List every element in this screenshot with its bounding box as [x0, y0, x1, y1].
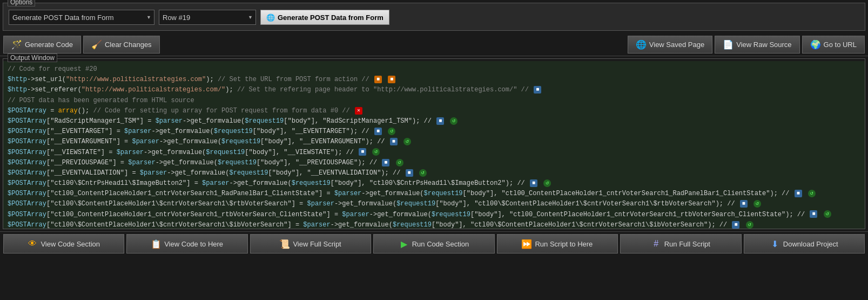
code-line: $POSTArray["RadScriptManager1_TSM"] = $p…: [8, 116, 860, 126]
view-raw-source-label: View Raw Source: [736, 41, 791, 49]
code-line: $POSTArray["__EVENTARGUMENT"] = $parser-…: [8, 137, 860, 147]
code-line: $POSTArray["ctl00_ContentPlaceHolder1_cn…: [8, 189, 860, 199]
wand-icon: 🪄: [11, 39, 22, 50]
run-full-script-label: Run Full Script: [664, 240, 710, 248]
clear-changes-button[interactable]: 🧹 Clear Changes: [83, 36, 160, 54]
toolbar-right: 🌐 View Saved Page 📄 View Raw Source 🌍 Go…: [628, 36, 865, 54]
generate-post-button[interactable]: 🌐 Generate POST Data from Form: [260, 10, 389, 25]
code-line: $http->set_url("http://www.politicalstra…: [8, 75, 860, 85]
row-dropdown[interactable]: Row #1 Row #5 Row #10 Row #19 Row #20: [159, 10, 256, 25]
hash-icon: #: [651, 239, 661, 249]
code-line: $POSTArray = array(); // Code for settin…: [8, 106, 860, 116]
form-dropdown[interactable]: Generate POST Data from Form Generate GE…: [9, 10, 154, 25]
go-to-url-button[interactable]: 🌍 Go to URL: [802, 36, 865, 54]
view-code-to-here-button[interactable]: 📋 View Code to Here: [126, 234, 247, 254]
bottom-toolbar: 👁 View Code Section 📋 View Code to Here …: [0, 231, 868, 256]
run-code-section-label: Run Code Section: [412, 240, 469, 248]
toolbar: 🪄 Generate Code 🧹 Clear Changes 🌐 View S…: [0, 34, 868, 56]
view-saved-page-label: View Saved Page: [649, 41, 704, 49]
code-line: $POSTArray["__PREVIOUSPAGE"] = $parser->…: [8, 158, 860, 168]
view-saved-page-button[interactable]: 🌐 View Saved Page: [628, 36, 712, 54]
play-icon: ▶: [399, 239, 409, 249]
eraser-icon: 🧹: [91, 39, 102, 50]
output-label: Output Window: [8, 54, 57, 62]
code-line: $http->set_referer("http://www.political…: [8, 85, 860, 95]
code-line: $POSTArray["ctl00\$ContentPlaceHolder1\$…: [8, 199, 860, 209]
code-line: $POSTArray["ctl00\$CntrPsHead1l\$ImageBu…: [8, 178, 860, 189]
plus-icon: 🌐: [266, 14, 275, 22]
script-icon: 📜: [280, 239, 290, 249]
code-line: $POSTArray["__EVENTVALIDATION"] = $parse…: [8, 168, 860, 178]
globe-icon: 🌐: [636, 39, 647, 50]
view-full-script-label: View Full Script: [293, 240, 341, 248]
view-full-script-button[interactable]: 📜 View Full Script: [250, 234, 371, 254]
run-script-to-here-button[interactable]: ⏩ Run Script to Here: [497, 234, 618, 254]
run-script-to-here-label: Run Script to Here: [535, 240, 593, 248]
toolbar-left: 🪄 Generate Code 🧹 Clear Changes: [3, 36, 628, 54]
run-full-script-button[interactable]: # Run Full Script: [620, 234, 741, 254]
output-window[interactable]: // Code for request #20 $http->set_url("…: [3, 61, 865, 229]
download-icon: ⬇: [770, 239, 780, 249]
document-icon: 📄: [723, 39, 734, 50]
code-line: $POSTArray["ctl00\$ContentPlaceHolder1\$…: [8, 220, 860, 229]
view-code-section-button[interactable]: 👁 View Code Section: [3, 234, 124, 254]
code-line: $POSTArray["ctl00_ContentPlaceHolder1_cn…: [8, 210, 860, 220]
code-line: // Code for request #20: [8, 64, 860, 75]
globe2-icon: 🌍: [810, 39, 821, 50]
run-code-section-button[interactable]: ▶ Run Code Section: [373, 234, 494, 254]
view-code-to-here-label: View Code to Here: [164, 240, 223, 248]
options-bar: Options Generate POST Data from Form Gen…: [3, 3, 865, 31]
code-line: // POST data has been generated from HTM…: [8, 96, 860, 106]
download-project-label: Download Project: [783, 240, 838, 248]
options-row: Generate POST Data from Form Generate GE…: [9, 10, 859, 25]
gen-post-btn-label: Generate POST Data from Form: [278, 14, 383, 22]
code-line: $POSTArray["__VIEWSTATE"] = $parser->get…: [8, 148, 860, 158]
code-line: $POSTArray["__EVENTTARGET"] = $parser->g…: [8, 126, 860, 137]
fast-forward-icon: ⏩: [522, 239, 531, 249]
row-dropdown-wrapper: Row #1 Row #5 Row #10 Row #19 Row #20: [159, 10, 256, 25]
download-project-button[interactable]: ⬇ Download Project: [744, 234, 865, 254]
options-label: Options: [8, 0, 35, 6]
eye-icon: 👁: [28, 239, 37, 249]
go-to-url-label: Go to URL: [824, 41, 857, 49]
generate-code-label: Generate Code: [25, 41, 73, 49]
view-raw-source-button[interactable]: 📄 View Raw Source: [715, 36, 799, 54]
form-dropdown-wrapper: Generate POST Data from Form Generate GE…: [9, 10, 154, 25]
view-code-icon: 📋: [151, 239, 161, 249]
view-code-section-label: View Code Section: [41, 240, 100, 248]
clear-changes-label: Clear Changes: [105, 41, 152, 49]
generate-code-button[interactable]: 🪄 Generate Code: [3, 36, 81, 54]
output-section: Output Window // Code for request #20 $h…: [3, 58, 865, 229]
